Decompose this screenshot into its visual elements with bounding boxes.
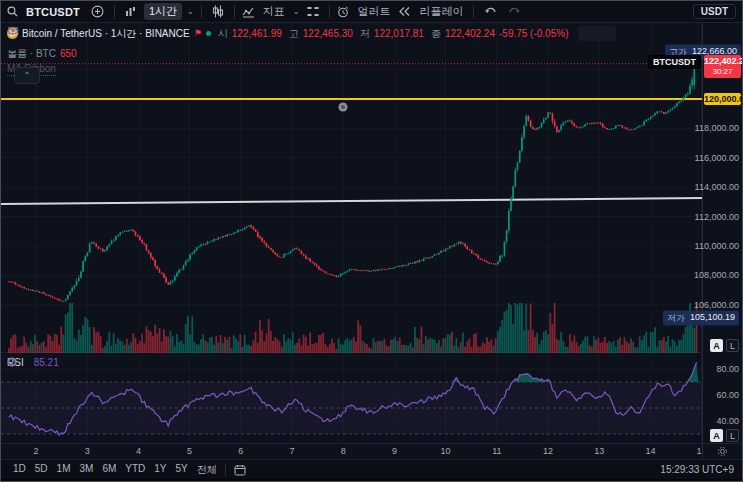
price-level-label[interactable]: 120,000.00 <box>704 93 741 105</box>
range-button-3m[interactable]: 3M <box>76 462 98 478</box>
range-button-1y[interactable]: 1Y <box>150 462 170 478</box>
search-icon[interactable] <box>7 6 18 17</box>
range-button-전체[interactable]: 전체 <box>193 462 221 478</box>
close-label: 종 <box>431 27 441 40</box>
log-scale-button[interactable]: L <box>726 339 739 352</box>
time-tick: 11 <box>492 446 501 456</box>
time-tick: 7 <box>289 446 294 456</box>
rsi-tick: 80.00 <box>716 364 739 374</box>
volume-value: 650 <box>60 47 77 60</box>
price-tick: 116,000.00 <box>695 153 739 163</box>
time-tick: 14 <box>645 446 655 456</box>
toolbar-divider <box>234 5 235 18</box>
replay-icon[interactable] <box>398 6 411 17</box>
high-value: 122,465.30 <box>303 27 353 40</box>
time-tick: 9 <box>392 446 397 456</box>
redo-icon[interactable] <box>505 5 524 18</box>
legend-edit-icon[interactable] <box>598 27 614 40</box>
time-tick: 4 <box>136 446 141 456</box>
open-label: 시 <box>218 27 228 40</box>
legend-title[interactable]: Bitcoin / TetherUS · 1시간 · BINANCE <box>22 27 190 40</box>
chart-style-icon[interactable] <box>209 4 227 19</box>
chart-legend: ₿ Bitcoin / TetherUS · 1시간 · BINANCE ⚑ 시… <box>7 26 616 76</box>
flag-icon[interactable]: ⚑ <box>194 27 202 40</box>
toolbar-divider <box>473 5 474 18</box>
chevron-down-icon[interactable]: ⌄ <box>187 7 194 16</box>
legend-symbol-row[interactable]: ₿ Bitcoin / TetherUS · 1시간 · BINANCE ⚑ 시… <box>7 26 616 41</box>
toolbar-divider <box>114 5 115 18</box>
low-price-wrap: 저가105,100.19 <box>663 311 739 326</box>
alert-clock-icon[interactable] <box>337 6 349 18</box>
range-button-1d[interactable]: 1D <box>9 462 30 478</box>
symbol-search-button[interactable]: BTCUSDT <box>23 5 83 19</box>
last-price-label: 122,402.2430:27 <box>704 55 741 78</box>
price-scale[interactable]: 118,000.00116,000.00114,000.00112,000.00… <box>702 23 742 443</box>
alert-button[interactable]: 얼러트 <box>354 3 393 20</box>
symbol-price-tag: BTCUSDT <box>648 55 701 69</box>
time-tick: 12 <box>543 446 553 456</box>
rsi-pane-canvas[interactable]: RSI 85.21 <box>1 354 704 443</box>
close-value: 122,402.24 <box>445 27 495 40</box>
indicators-icon[interactable] <box>242 6 255 18</box>
time-tick: 2 <box>33 446 38 456</box>
drawing-anchor-dot <box>339 103 348 112</box>
rsi-tick: 60.00 <box>716 390 739 400</box>
change-value: -59.75 (-0.05%) <box>499 27 568 40</box>
market-status-icon[interactable] <box>206 31 211 36</box>
currency-toggle-button[interactable]: USDT <box>693 4 736 19</box>
legend-volume-row[interactable]: 볼륨 · BTC 650 <box>7 47 616 60</box>
main-chart-canvas[interactable]: ₿ Bitcoin / TetherUS · 1시간 · BINANCE ⚑ 시… <box>1 23 704 353</box>
rsi-scale-mode-buttons[interactable]: AL <box>710 429 739 442</box>
low-label: 저 <box>360 27 370 40</box>
price-tick: 108,000.00 <box>694 270 739 280</box>
top-toolbar: BTCUSDT 1시간 ⌄ 지표 ⌄ 얼러트 리플레이 <box>1 1 742 23</box>
range-button-1m[interactable]: 1M <box>53 462 75 478</box>
price-tick: 112,000.00 <box>695 212 739 222</box>
legend-quick-actions <box>578 26 616 41</box>
rsi-auto-scale-button[interactable]: A <box>710 429 723 442</box>
window-bottom-edge <box>1 479 742 481</box>
tradingview-window: BTCUSDT 1시간 ⌄ 지표 ⌄ 얼러트 리플레이 <box>0 0 743 482</box>
range-button-6m[interactable]: 6M <box>98 462 120 478</box>
clock-display[interactable]: 15:29:33 UTC+9 <box>660 464 734 475</box>
chevron-down-icon[interactable]: ⌄ <box>293 7 300 16</box>
price-tick: 118,000.00 <box>695 123 739 133</box>
chart-area: ₿ Bitcoin / TetherUS · 1시간 · BINANCE ⚑ 시… <box>1 23 704 443</box>
rsi-log-scale-button[interactable]: L <box>726 429 739 442</box>
layout-grid-icon[interactable] <box>304 5 322 19</box>
interval-menu-icon[interactable] <box>122 5 139 18</box>
open-value: 122,461.99 <box>232 27 282 40</box>
time-tick: 8 <box>341 446 346 456</box>
go-to-date-icon[interactable] <box>230 463 250 477</box>
undo-icon[interactable] <box>481 5 500 18</box>
range-button-5y[interactable]: 5Y <box>172 462 192 478</box>
volume-label: 볼륨 · BTC <box>7 47 56 60</box>
rsi-tick: 40.00 <box>716 416 739 426</box>
interval-selector[interactable]: 1시간 <box>144 3 182 20</box>
gear-icon[interactable] <box>717 446 728 457</box>
time-tick: 6 <box>238 446 243 456</box>
range-button-5d[interactable]: 5D <box>31 462 52 478</box>
toolbar-divider <box>201 5 202 18</box>
main-scale-mode-buttons[interactable]: AL <box>710 339 739 352</box>
auto-scale-button[interactable]: A <box>710 339 723 352</box>
time-tick: 3 <box>85 446 90 456</box>
compare-add-icon[interactable] <box>88 4 107 19</box>
scale-settings-corner[interactable] <box>702 443 742 459</box>
pane-collapse-button[interactable]: ⌃ <box>14 67 40 84</box>
time-scale[interactable]: 23456789101112131415 <box>1 443 704 459</box>
time-tick: 10 <box>441 446 451 456</box>
toolbar-divider <box>329 5 330 18</box>
rsi-legend[interactable]: RSI 85.21 <box>7 357 69 368</box>
price-tick: 106,000.00 <box>694 300 739 310</box>
legend-settings-icon[interactable] <box>580 27 596 40</box>
high-label: 고 <box>289 27 299 40</box>
toolbar-divider <box>225 463 226 476</box>
range-button-ytd[interactable]: YTD <box>121 462 149 478</box>
rsi-value: 85.21 <box>34 357 59 368</box>
time-tick: 5 <box>187 446 192 456</box>
legend-ma-ribbon-row[interactable]: MA Ribbon <box>7 62 616 76</box>
replay-button[interactable]: 리플레이 <box>416 3 466 20</box>
low-value: 122,017.81 <box>374 27 424 40</box>
indicators-button[interactable]: 지표 <box>260 3 288 20</box>
